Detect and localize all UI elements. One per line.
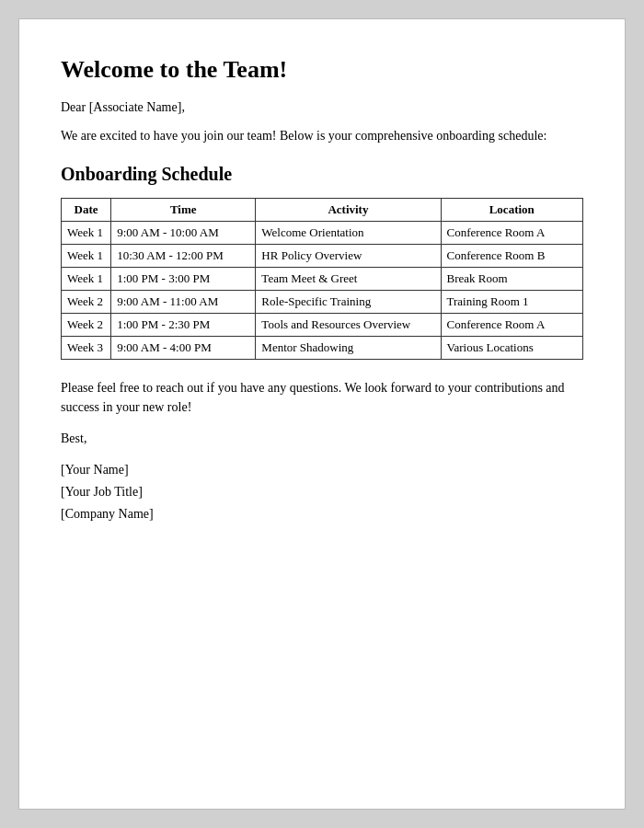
- page-title: Welcome to the Team!: [61, 56, 583, 84]
- sign-off: Best,: [61, 431, 583, 446]
- signature-name: [Your Name]: [61, 459, 583, 481]
- closing-text: Please feel free to reach out if you hav…: [61, 378, 583, 417]
- table-cell-4-0: Week 2: [62, 314, 111, 337]
- table-cell-2-0: Week 1: [62, 268, 111, 291]
- salutation: Dear [Associate Name],: [61, 100, 583, 115]
- table-row: Week 19:00 AM - 10:00 AMWelcome Orientat…: [62, 222, 583, 245]
- table-cell-0-1: 9:00 AM - 10:00 AM: [111, 222, 256, 245]
- schedule-title: Onboarding Schedule: [61, 164, 583, 185]
- table-row: Week 110:30 AM - 12:00 PMHR Policy Overv…: [62, 245, 583, 268]
- document-page: Welcome to the Team! Dear [Associate Nam…: [18, 18, 626, 810]
- table-cell-5-3: Various Locations: [441, 337, 582, 360]
- schedule-table: Date Time Activity Location Week 19:00 A…: [61, 198, 583, 360]
- table-cell-5-2: Mentor Shadowing: [256, 337, 441, 360]
- table-cell-4-1: 1:00 PM - 2:30 PM: [111, 314, 256, 337]
- table-cell-5-0: Week 3: [62, 337, 111, 360]
- table-cell-3-0: Week 2: [62, 291, 111, 314]
- table-cell-2-3: Break Room: [441, 268, 582, 291]
- table-row: Week 39:00 AM - 4:00 PMMentor ShadowingV…: [62, 337, 583, 360]
- table-cell-2-1: 1:00 PM - 3:00 PM: [111, 268, 256, 291]
- table-cell-1-2: HR Policy Overview: [256, 245, 441, 268]
- table-cell-2-2: Team Meet & Greet: [256, 268, 441, 291]
- table-cell-3-2: Role-Specific Training: [256, 291, 441, 314]
- signature-title: [Your Job Title]: [61, 481, 583, 503]
- signature-company: [Company Name]: [61, 503, 583, 525]
- table-cell-1-3: Conference Room B: [441, 245, 582, 268]
- col-header-activity: Activity: [256, 199, 441, 222]
- table-row: Week 29:00 AM - 11:00 AMRole-Specific Tr…: [62, 291, 583, 314]
- table-cell-0-3: Conference Room A: [441, 222, 582, 245]
- table-cell-3-3: Training Room 1: [441, 291, 582, 314]
- table-cell-4-2: Tools and Resources Overview: [256, 314, 441, 337]
- table-cell-0-2: Welcome Orientation: [256, 222, 441, 245]
- signature-block: [Your Name] [Your Job Title] [Company Na…: [61, 459, 583, 524]
- table-row: Week 21:00 PM - 2:30 PMTools and Resourc…: [62, 314, 583, 337]
- table-cell-1-1: 10:30 AM - 12:00 PM: [111, 245, 256, 268]
- table-header-row: Date Time Activity Location: [62, 199, 583, 222]
- table-cell-1-0: Week 1: [62, 245, 111, 268]
- intro-text: We are excited to have you join our team…: [61, 126, 583, 145]
- table-cell-4-3: Conference Room A: [441, 314, 582, 337]
- col-header-date: Date: [62, 199, 111, 222]
- table-row: Week 11:00 PM - 3:00 PMTeam Meet & Greet…: [62, 268, 583, 291]
- table-cell-5-1: 9:00 AM - 4:00 PM: [111, 337, 256, 360]
- col-header-time: Time: [111, 199, 256, 222]
- col-header-location: Location: [441, 199, 582, 222]
- table-cell-0-0: Week 1: [62, 222, 111, 245]
- table-cell-3-1: 9:00 AM - 11:00 AM: [111, 291, 256, 314]
